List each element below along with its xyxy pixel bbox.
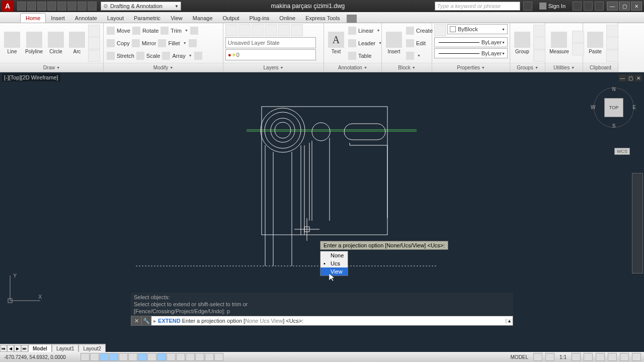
dyn-toggle[interactable]	[157, 353, 166, 361]
tab-view[interactable]: View	[166, 14, 188, 23]
polyline-button[interactable]: Polyline	[23, 31, 45, 55]
ortho-toggle[interactable]	[100, 353, 109, 361]
minimize-button[interactable]: —	[607, 2, 618, 11]
layer-combo[interactable]: ● ☀ 0	[225, 49, 316, 60]
explode-icon[interactable]	[189, 39, 197, 47]
line-button[interactable]: Line	[2, 31, 22, 55]
app-icon[interactable]: A	[2, 1, 13, 12]
layermatch-icon[interactable]	[291, 24, 303, 36]
cut-icon[interactable]	[606, 25, 618, 37]
quickview-layouts-icon[interactable]	[533, 353, 542, 361]
layerlock-icon[interactable]	[278, 24, 290, 36]
close-button[interactable]: ✕	[631, 2, 642, 11]
color-combo[interactable]: ByBlock▼	[447, 24, 508, 34]
tab-output[interactable]: Output	[218, 14, 245, 23]
layout-tab-model[interactable]: Model	[28, 344, 52, 353]
quickcalc-icon[interactable]	[572, 43, 584, 55]
otrack-toggle[interactable]	[138, 353, 147, 361]
arc-button[interactable]: Arc	[67, 31, 87, 55]
tab-annotate[interactable]: Annotate	[70, 14, 102, 23]
layout-tab-layout1[interactable]: Layout1	[52, 344, 79, 353]
workspace-switch-icon[interactable]	[596, 353, 605, 361]
layerprop-icon[interactable]	[225, 24, 237, 36]
rotate-button[interactable]: Rotate	[142, 28, 158, 34]
viewcube-s[interactable]: S	[612, 123, 616, 129]
qp-toggle[interactable]	[186, 353, 195, 361]
qat-print-icon[interactable]	[88, 2, 97, 11]
menu-item-none[interactable]: None	[320, 251, 348, 259]
panel-title-annotation[interactable]: Annotation▼	[324, 63, 381, 72]
layeriso-icon[interactable]	[238, 24, 251, 36]
tab-layout[interactable]: Layout	[102, 14, 129, 23]
stayconnected-icon[interactable]	[584, 2, 593, 11]
layeroff-icon[interactable]	[265, 24, 277, 36]
qat-open-icon[interactable]	[27, 2, 36, 11]
grid-toggle[interactable]	[90, 353, 99, 361]
quickview-drawings-icon[interactable]	[545, 353, 554, 361]
scale-button[interactable]: Scale	[146, 53, 160, 59]
groupedit-icon[interactable]	[533, 37, 545, 49]
isolate-icon[interactable]	[620, 353, 629, 361]
layout-first-button[interactable]: ⏮	[0, 345, 7, 352]
ungroup-icon[interactable]	[533, 25, 545, 37]
menu-item-view[interactable]: View	[320, 267, 348, 276]
trim-button[interactable]: Trim	[171, 28, 182, 34]
tab-insert[interactable]: Insert	[46, 14, 70, 23]
create-button[interactable]: Create	[405, 25, 434, 37]
edit-button[interactable]: Edit	[405, 37, 434, 49]
maximize-button[interactable]: ▢	[619, 2, 630, 11]
ellipse-icon[interactable]	[88, 37, 100, 49]
panel-title-properties[interactable]: Properties▼	[432, 63, 510, 72]
tab-express[interactable]: Express Tools	[300, 14, 345, 23]
ducs-toggle[interactable]	[147, 353, 156, 361]
osnap-toggle[interactable]	[119, 353, 128, 361]
copy-button[interactable]: Copy	[117, 40, 130, 46]
workspace-combo[interactable]: ⚙ Drafting & Annotation ▼	[101, 2, 181, 11]
cmd-close-button[interactable]: ✕	[131, 316, 141, 326]
mirror-button[interactable]: Mirror	[142, 40, 156, 46]
layout-prev-button[interactable]: ◀	[7, 345, 14, 352]
cmd-expand-button[interactable]: ▲	[506, 319, 513, 323]
wcs-badge[interactable]: WCS	[614, 148, 630, 155]
leader-button[interactable]: Leader▼	[347, 37, 383, 49]
polar-toggle[interactable]	[109, 353, 118, 361]
help-icon[interactable]	[595, 2, 604, 11]
hardware-accel-icon[interactable]	[608, 353, 617, 361]
circle-button[interactable]: Circle	[46, 31, 66, 55]
array-button[interactable]: Array	[172, 53, 185, 59]
search-input[interactable]: Type a keyword or phrase	[435, 2, 520, 11]
qat-undo-icon[interactable]	[67, 2, 76, 11]
group-button[interactable]: Group	[512, 31, 532, 55]
panel-title-modify[interactable]: Modify▼	[104, 63, 223, 72]
cleanscreen-icon[interactable]	[632, 353, 641, 361]
annovis-icon[interactable]	[584, 353, 593, 361]
layout-next-button[interactable]: ▶	[14, 345, 21, 352]
viewcube[interactable]: N S E W TOP	[594, 87, 634, 128]
groupbbox-icon[interactable]	[533, 50, 545, 62]
panel-title-block[interactable]: Block▼	[382, 63, 432, 72]
exchange-icon[interactable]	[573, 2, 582, 11]
qat-plot-icon[interactable]	[57, 2, 66, 11]
qat-redo-icon[interactable]	[77, 2, 87, 11]
navigation-bar[interactable]	[632, 173, 643, 274]
annoscale[interactable]: 1:1	[557, 354, 569, 360]
command-line[interactable]: ✕ 🔧 ▸ EXTEND Enter a projection option […	[131, 316, 513, 326]
panel-title-draw[interactable]: Draw▼	[0, 63, 103, 72]
signin-button[interactable]: Sign In	[539, 3, 566, 10]
offset-icon[interactable]	[194, 52, 202, 60]
qat-saveas-icon[interactable]	[47, 2, 56, 11]
viewcube-e[interactable]: E	[632, 105, 636, 110]
linetype-combo[interactable]: ByLayer▼	[434, 37, 508, 47]
copy2-icon[interactable]	[606, 37, 618, 49]
hatch-icon[interactable]	[88, 50, 100, 62]
linear-button[interactable]: Linear▼	[347, 25, 383, 37]
qat-save-icon[interactable]	[37, 2, 46, 11]
insert-button[interactable]: Insert	[384, 31, 404, 55]
tab-home[interactable]: Home	[20, 13, 46, 23]
tab-manage[interactable]: Manage	[188, 14, 218, 23]
drawing-area[interactable]: [-][Top][2D Wireframe] — ▢ ✕	[0, 72, 644, 342]
am-toggle[interactable]	[205, 353, 214, 361]
modelspace-button[interactable]: MODEL	[509, 354, 531, 360]
panel-title-groups[interactable]: Groups▼	[510, 63, 545, 72]
viewcube-w[interactable]: W	[591, 105, 595, 110]
